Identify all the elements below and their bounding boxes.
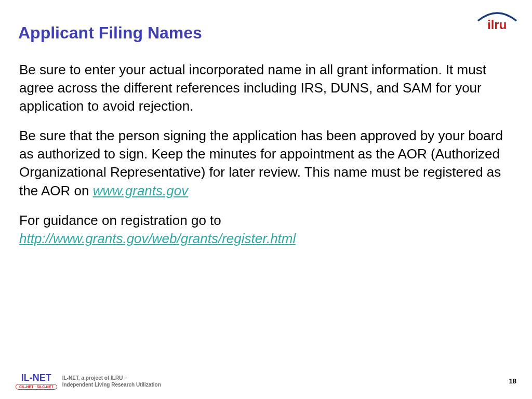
slide-title: Applicant Filing Names xyxy=(18,23,514,43)
paragraph-3-text: For guidance on registration go to xyxy=(19,212,221,228)
paragraph-2-text: Be sure that the person signing the appl… xyxy=(19,128,503,198)
paragraph-2: Be sure that the person signing the appl… xyxy=(19,127,511,200)
ilnet-logo: IL-NET CIL-NET · SILC-NET xyxy=(16,373,57,390)
paragraph-1: Be sure to enter your actual incorporate… xyxy=(19,61,511,115)
footer-description: IL-NET, a project of ILRU – Independent … xyxy=(62,375,161,388)
slide-content: Be sure to enter your actual incorporate… xyxy=(18,61,514,248)
ilru-logo: ilru xyxy=(474,9,521,33)
page-number: 18 xyxy=(509,377,516,385)
footer-left: IL-NET CIL-NET · SILC-NET IL-NET, a proj… xyxy=(16,373,161,390)
ilnet-logo-text: IL-NET xyxy=(21,373,51,383)
slide-footer: IL-NET CIL-NET · SILC-NET IL-NET, a proj… xyxy=(16,373,516,390)
register-link[interactable]: http://www.grants.gov/web/grants/registe… xyxy=(19,231,296,246)
footer-desc-line2: Independent Living Research Utilization xyxy=(62,382,161,388)
footer-desc-line1: IL-NET, a project of ILRU – xyxy=(62,375,127,381)
paragraph-3: For guidance on registration go to http:… xyxy=(19,211,511,248)
ilnet-logo-sub: CIL-NET · SILC-NET xyxy=(16,384,57,390)
grants-gov-link[interactable]: www.grants.gov xyxy=(93,183,189,198)
svg-text:ilru: ilru xyxy=(487,18,507,32)
